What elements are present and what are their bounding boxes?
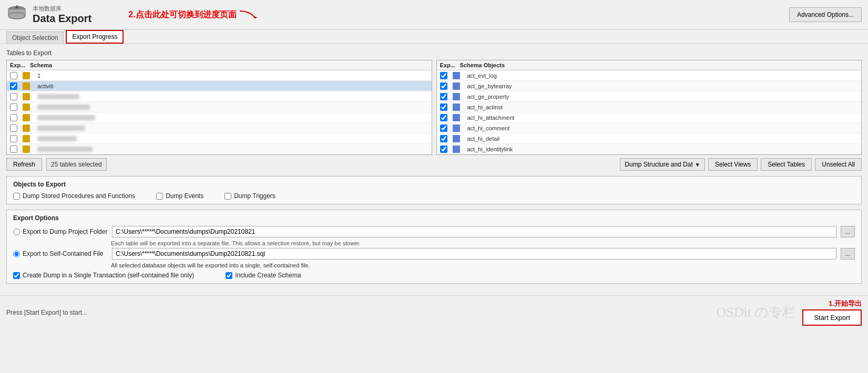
table-row: act_evt_log [437, 70, 862, 81]
dump-dropdown-label: Dump Structure and Dat [625, 161, 692, 168]
browse-button-2[interactable]: ... [841, 248, 855, 260]
objects-section-title: Objects to Export [13, 181, 855, 188]
table-row: activiti [7, 81, 432, 91]
schema-icon [23, 93, 30, 100]
schema-icon [23, 72, 30, 79]
export-option2-path[interactable] [112, 248, 836, 260]
select-views-button[interactable]: Select Views [708, 158, 758, 171]
footer-right: OSDit の专栏 1.开始导出 Start Export [716, 299, 862, 326]
dump-sp-label[interactable]: Dump Stored Procedures and Functions [13, 192, 135, 200]
left-panel-header: Exp... Schema [7, 60, 432, 70]
dump-events-checkbox[interactable] [156, 193, 163, 200]
left-col-schema: Schema [30, 62, 428, 68]
row-checkbox[interactable] [10, 114, 17, 121]
select-tables-button[interactable]: Select Tables [761, 158, 812, 171]
objects-section: Objects to Export Dump Stored Procedures… [6, 176, 862, 204]
schema-name: 1 [37, 72, 40, 79]
export-option1-hint: Each table will be exported into a separ… [111, 240, 855, 246]
export-option1-label[interactable]: Export to Dump Project Folder [13, 228, 108, 235]
table-row [7, 112, 432, 123]
schema-name-blurred [37, 126, 85, 131]
dump-dropdown-button[interactable]: Dump Structure and Dat ▼ [620, 158, 704, 171]
export-option1-radio[interactable] [13, 229, 20, 235]
export-option2-row: Export to Self-Contained File ... [13, 248, 855, 260]
main-content: Tables to Export Exp... Schema 1 activit [0, 44, 868, 293]
export-option1-path[interactable] [112, 226, 836, 237]
table-row: act_hi_comment [437, 123, 862, 133]
annotation-container: 2.点击此处可切换到进度页面 [128, 7, 276, 23]
header-title: Data Export [33, 13, 91, 25]
export-option2-hint: All selected database objects will be ex… [111, 262, 855, 268]
row-checkbox[interactable] [10, 93, 17, 100]
right-table-panel: Exp... Schema Objects act_evt_log act_ge… [436, 60, 862, 155]
row-checkbox[interactable] [440, 146, 447, 153]
header-subtitle: 本地数据库 [33, 5, 91, 13]
start-export-button[interactable]: Start Export [802, 309, 862, 326]
row-checkbox[interactable] [440, 103, 447, 111]
include-create-schema-label[interactable]: Include Create Schema [226, 272, 301, 279]
advanced-options-button[interactable]: Advanced Options... [789, 7, 862, 22]
dump-triggers-label[interactable]: Dump Triggers [224, 192, 275, 200]
row-checkbox[interactable] [10, 72, 17, 79]
footer: Press [Start Export] to start... OSDit の… [0, 295, 868, 329]
include-create-schema-checkbox[interactable] [226, 272, 232, 279]
tables-section-label: Tables to Export [6, 49, 862, 57]
dump-sp-checkbox[interactable] [13, 193, 20, 200]
table-row [7, 123, 432, 133]
watermark: OSDit の专栏 [716, 303, 796, 322]
row-checkbox[interactable] [10, 82, 17, 90]
schema-name-blurred [37, 115, 95, 120]
table-row: act_ge_property [437, 91, 862, 102]
unselect-all-button[interactable]: Unselect All [815, 158, 862, 171]
schema-obj-icon [453, 146, 460, 153]
row-checkbox[interactable] [10, 135, 17, 142]
row-checkbox[interactable] [10, 146, 17, 153]
row-checkbox[interactable] [440, 125, 447, 132]
schema-name: activiti [37, 83, 54, 89]
export-option2-label[interactable]: Export to Self-Contained File [13, 250, 108, 257]
schema-obj-icon [453, 93, 460, 100]
schema-name: act_evt_log [467, 72, 497, 79]
export-options-title: Export Options [13, 214, 855, 222]
schema-icon [23, 146, 30, 153]
schema-icon [23, 135, 30, 142]
right-table-body[interactable]: act_evt_log act_ge_bytearray act_ge_prop… [437, 70, 862, 154]
row-checkbox[interactable] [10, 125, 17, 132]
schema-obj-icon [453, 72, 460, 79]
schema-obj-icon [453, 103, 460, 111]
schema-icon [23, 103, 30, 111]
row-checkbox[interactable] [440, 93, 447, 100]
row-checkbox[interactable] [440, 114, 447, 121]
schema-name: act_hi_comment [467, 125, 510, 131]
row-checkbox[interactable] [440, 72, 447, 79]
database-icon [6, 4, 27, 25]
create-dump-label[interactable]: Create Dump in a Single Transaction (sel… [13, 272, 194, 279]
schema-name: act_ge_property [467, 94, 509, 100]
table-row [7, 144, 432, 154]
schema-obj-icon [453, 82, 460, 90]
schema-icon [23, 114, 30, 121]
footer-press-text: Press [Start Export] to start... [6, 309, 87, 316]
table-row [7, 102, 432, 112]
refresh-button[interactable]: Refresh [6, 158, 42, 171]
dump-triggers-checkbox[interactable] [224, 193, 231, 200]
row-checkbox[interactable] [440, 135, 447, 142]
left-table-body[interactable]: 1 activiti [7, 70, 432, 154]
tab-object-selection[interactable]: Object Selection [6, 32, 64, 44]
right-panel-header: Exp... Schema Objects [437, 60, 862, 70]
table-row [7, 133, 432, 144]
schema-name-blurred [37, 147, 93, 152]
schema-obj-icon [453, 114, 460, 121]
create-dump-checkbox[interactable] [13, 272, 20, 279]
dump-events-label[interactable]: Dump Events [156, 192, 203, 200]
export-option2-radio[interactable] [13, 251, 20, 257]
tables-export-container: Exp... Schema 1 activiti [6, 60, 862, 155]
schema-name-blurred [37, 94, 79, 99]
row-checkbox[interactable] [10, 103, 17, 111]
schema-name: act_hi_identitylink [467, 146, 513, 152]
table-row: act_hi_actinst [437, 102, 862, 112]
browse-button-1[interactable]: ... [841, 226, 855, 237]
row-checkbox[interactable] [440, 82, 447, 90]
tab-export-progress[interactable]: Export Progress [66, 30, 124, 44]
annotation-text: 2.点击此处可切换到进度页面 [128, 9, 236, 20]
